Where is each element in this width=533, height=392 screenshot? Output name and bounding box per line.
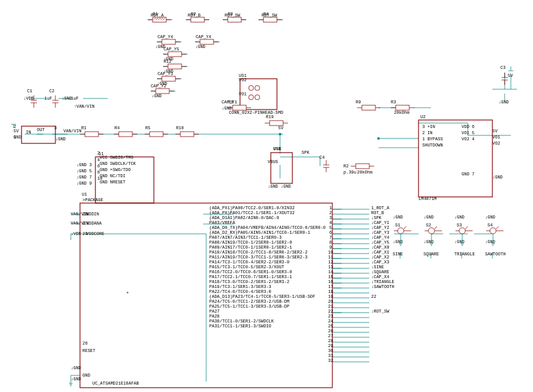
schematic-container: IN OUT ROT_A ROT_B ROT_SW ROT_SW R1 R2 R… bbox=[0, 0, 533, 392]
svg-text:↓GND: ↓GND bbox=[163, 57, 174, 62]
s2-label: S2 bbox=[426, 223, 431, 228]
svg-text:R1: R1 bbox=[153, 12, 158, 17]
svg-text:R5: R5 bbox=[145, 126, 150, 130]
svg-text:(ADA_PX1)PA00/TCC2-0/SER1-0/XI: (ADA_PX1)PA00/TCC2-0/SER1-0/XIN32 bbox=[209, 206, 295, 210]
svg-text:↓TRIANGLE: ↓TRIANGLE bbox=[371, 279, 395, 284]
svg-text:↓CAP_Y2: ↓CAP_Y2 bbox=[371, 225, 389, 230]
svg-text:30: 30 bbox=[328, 348, 333, 353]
svg-text:PA17/TCC2-1/TCC0-7/SER1-1/SER3: PA17/TCC2-1/TCC0-7/SER1-1/SER3-1 bbox=[209, 274, 292, 279]
svg-text:PA16/TCC2-0/TCC0-6/SER1-0/SER3: PA16/TCC2-0/TCC0-6/SER1-0/SER3-0 bbox=[209, 270, 292, 274]
svg-text:C2: C2 bbox=[49, 89, 54, 94]
svg-text:VO1: VO1 bbox=[492, 135, 500, 140]
svg-text:ROT_B: ROT_B bbox=[371, 210, 384, 215]
svg-text:R3: R3 bbox=[391, 100, 396, 105]
svg-text:VO1: VO1 bbox=[239, 92, 247, 97]
svg-text:1: 1 bbox=[329, 206, 332, 210]
svg-text:RESET: RESET bbox=[82, 348, 95, 353]
svg-text:10: 10 bbox=[328, 250, 333, 255]
svg-text:SHUTDOWN: SHUTDOWN bbox=[422, 143, 443, 148]
svg-point-165 bbox=[490, 228, 496, 234]
svg-text:2 IN: 2 IN bbox=[422, 130, 433, 135]
svg-text:R19: R19 bbox=[266, 114, 274, 119]
svg-text:(ADA_PX)PA01/TCC2-1/SER1-1/XOU: (ADA_PX)PA01/TCC2-1/SER1-1/XOUT32 bbox=[209, 210, 295, 215]
svg-text:CONN_02X2-PINHEAD-SMD: CONN_02X2-PINHEAD-SMD bbox=[229, 110, 283, 115]
svg-text:PA09/AIN17/TCC0-1/1SER0-1/SER2: PA09/AIN17/TCC0-1/1SER0-1/SER2-1 bbox=[209, 245, 292, 250]
svg-text:3: 3 bbox=[54, 126, 57, 130]
svg-text:PA14/TC3-1/TCC0-4/SER2-2/SER3-: PA14/TC3-1/TCC0-4/SER2-2/SER3-0 bbox=[209, 260, 289, 265]
svg-text:↓GND 5: ↓GND 5 bbox=[76, 169, 92, 174]
svg-text:PA10/AIN18/TCC0-2/TCC1-0/SER0-: PA10/AIN18/TCC0-2/TCC1-0/SER0-2/SER2-2 bbox=[209, 250, 308, 255]
gnd-sw2: ↓GND bbox=[423, 215, 434, 220]
svg-text:C4: C4 bbox=[319, 155, 324, 160]
svg-text:↓GND: ↓GND bbox=[492, 175, 503, 180]
5v-label-right: 5V bbox=[508, 73, 513, 78]
svg-text:R2: R2 bbox=[343, 164, 348, 169]
svg-text:↓GND 3: ↓GND 3 bbox=[76, 162, 92, 167]
svg-rect-117 bbox=[396, 105, 409, 110]
svg-text:↓GND: ↓GND bbox=[195, 44, 206, 49]
svg-text:7: 7 bbox=[329, 235, 332, 240]
gnd-sw4: ↓GND bbox=[485, 215, 495, 220]
svg-text:1uF: 1uF bbox=[44, 96, 52, 101]
svg-text:↓GND ↓GND: ↓GND ↓GND bbox=[268, 184, 291, 189]
svg-text:1uF: 1uF bbox=[71, 96, 79, 101]
svg-rect-108 bbox=[156, 89, 169, 94]
svg-text:↓SAWTOOTH: ↓SAWTOOTH bbox=[371, 284, 395, 289]
svg-text:6: 6 bbox=[329, 230, 332, 235]
svg-text:15: 15 bbox=[328, 274, 333, 279]
svg-text:5V: 5V bbox=[492, 129, 498, 134]
svg-point-172 bbox=[255, 95, 260, 100]
svg-text:R10: R10 bbox=[176, 126, 184, 130]
svg-text:R4: R4 bbox=[263, 12, 268, 17]
spk-label: SPK bbox=[302, 150, 310, 155]
svg-text:11: 11 bbox=[98, 151, 103, 156]
svg-text:5: 5 bbox=[329, 225, 332, 230]
svg-text:24: 24 bbox=[328, 319, 333, 324]
svg-text:14: 14 bbox=[328, 270, 333, 274]
svg-text:↓GND: ↓GND bbox=[222, 106, 232, 111]
svg-text:VO2 4: VO2 4 bbox=[462, 137, 475, 142]
svg-text:PA08/AIN19/TCC0-1/2SER0-1/SER2: PA08/AIN19/TCC0-1/2SER0-1/SER2-0 bbox=[209, 240, 292, 245]
svg-text:↓ROT_SW: ↓ROT_SW bbox=[371, 309, 390, 314]
svg-rect-81 bbox=[153, 17, 166, 22]
svg-text:13: 13 bbox=[328, 265, 333, 270]
svg-text:↓SINE: ↓SINE bbox=[371, 265, 384, 270]
svg-rect-139 bbox=[119, 132, 132, 137]
svg-text:IN: IN bbox=[26, 130, 31, 135]
svg-text:(ADA_D1A1)PA02/AIN0-0/DAC-0: (ADA_D1A1)PA02/AIN0-0/DAC-0 bbox=[209, 215, 279, 220]
svg-text:PA22/TC4-0/TCC0-4/SER3-0: PA22/TC4-0/TCC0-4/SER3-0 bbox=[209, 289, 271, 294]
svg-text:2: 2 bbox=[14, 124, 16, 129]
svg-text:GND     NC/TDI: GND NC/TDI bbox=[100, 174, 126, 178]
svg-text:22: 22 bbox=[328, 309, 333, 314]
svg-point-153 bbox=[398, 228, 404, 234]
svg-text:CAP_Y1: CAP_Y1 bbox=[222, 100, 237, 105]
svg-text:1_ROT_A: 1_ROT_A bbox=[371, 206, 390, 210]
svg-text:OUT: OUT bbox=[37, 127, 45, 132]
svg-text:↓CAP_X3: ↓CAP_X3 bbox=[371, 260, 389, 265]
svg-text:VCC     SWDIO/TMS: VCC SWDIO/TMS bbox=[100, 155, 134, 160]
svg-rect-136 bbox=[85, 132, 98, 137]
svg-text:↓CAP_Y1: ↓CAP_Y1 bbox=[371, 220, 389, 225]
svg-point-157 bbox=[428, 228, 435, 234]
svg-text:2: 2 bbox=[329, 210, 332, 215]
gnd-sw3: ↓GND bbox=[454, 215, 465, 220]
svg-text:↓CAP_Y4: ↓CAP_Y4 bbox=[371, 235, 389, 240]
svg-text:29: 29 bbox=[328, 343, 333, 348]
svg-rect-145 bbox=[180, 132, 194, 137]
svg-rect-105 bbox=[162, 76, 175, 81]
svg-text:GND 7: GND 7 bbox=[462, 172, 475, 177]
svg-text:5V: 5V bbox=[14, 129, 19, 134]
svg-text:PA19/TC3-1/SER1-3/SER3-3: PA19/TC3-1/SER1-3/SER3-3 bbox=[209, 284, 271, 289]
cap-label-1: ↓CAP_X0 bbox=[371, 245, 389, 250]
svg-text:PA18/TC3-0/TCC0-2/SER1-2/SER3-: PA18/TC3-0/TCC0-2/SER1-2/SER3-2 bbox=[209, 279, 289, 284]
svg-text:PA07/AIN7/AIN3/TCC1-1/SER0-3: PA07/AIN7/AIN3/TCC1-1/SER0-3 bbox=[209, 235, 282, 240]
svg-text:17: 17 bbox=[328, 284, 333, 289]
svg-text:↓CAP_Y5: ↓CAP_Y5 bbox=[371, 240, 389, 245]
svg-text:VO1 5: VO1 5 bbox=[462, 130, 475, 135]
svg-text:p.39u: p.39u bbox=[343, 170, 356, 175]
usb-label: USB bbox=[273, 146, 281, 151]
triangle-label: TRIANGLE bbox=[454, 252, 475, 257]
svg-text:11: 11 bbox=[328, 255, 333, 260]
svg-text:R4: R4 bbox=[114, 126, 119, 130]
svg-text:VDDCORE: VDDCORE bbox=[86, 231, 104, 236]
